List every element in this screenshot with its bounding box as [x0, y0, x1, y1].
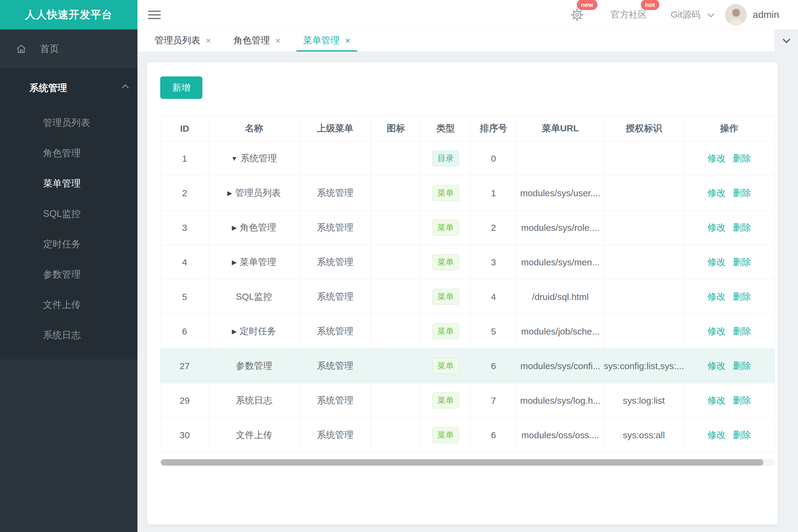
delete-link[interactable]: 删除: [733, 429, 751, 441]
close-icon[interactable]: ×: [276, 36, 281, 45]
close-icon[interactable]: ×: [345, 36, 350, 45]
cell-actions: 修改删除: [684, 418, 775, 452]
delete-link[interactable]: 删除: [733, 187, 751, 199]
edit-link[interactable]: 修改: [707, 290, 725, 303]
cell-order: 2: [470, 210, 517, 245]
cell-menu-url: modules/sys/role....: [517, 210, 605, 245]
edit-link[interactable]: 修改: [707, 394, 725, 407]
cell-menu-url: modules/sys/user....: [517, 176, 605, 210]
delete-link[interactable]: 删除: [733, 360, 751, 372]
sidebar-item[interactable]: 定时任务: [0, 229, 137, 259]
delete-link[interactable]: 删除: [733, 394, 751, 407]
table-row: 6▶定时任务系统管理菜单5modules/job/sche...修改删除: [161, 314, 775, 349]
cell-id: 4: [161, 245, 209, 279]
tree-expand-icon[interactable]: ▶: [232, 224, 237, 231]
cell-id: 5: [161, 280, 209, 314]
table-header-row: ID名称上级菜单图标类型排序号菜单URL授权标识操作: [161, 116, 775, 141]
sidebar-item[interactable]: 参数管理: [0, 259, 137, 290]
cell-type: 菜单: [421, 383, 470, 418]
cell-actions: 修改删除: [684, 280, 775, 314]
menu-table: ID名称上级菜单图标类型排序号菜单URL授权标识操作 1▼系统管理目录0修改删除…: [160, 116, 775, 453]
delete-link[interactable]: 删除: [733, 152, 751, 165]
edit-link[interactable]: 修改: [707, 256, 725, 268]
edit-link[interactable]: 修改: [707, 429, 725, 441]
tree-collapse-icon[interactable]: ▼: [231, 155, 238, 162]
git-source-label: Git源码: [671, 10, 701, 19]
edit-link[interactable]: 修改: [707, 360, 725, 372]
sidebar-item[interactable]: 文件上传: [0, 290, 137, 320]
close-icon[interactable]: ×: [206, 36, 211, 45]
cell-parent-menu: 系统管理: [299, 210, 371, 245]
community-link[interactable]: 官方社区 hot: [611, 8, 647, 21]
sidebar-item-home[interactable]: 首页: [0, 30, 137, 68]
tab[interactable]: 菜单管理×: [294, 30, 359, 52]
chevron-down-icon[interactable]: [708, 10, 715, 17]
tree-expand-icon[interactable]: ▶: [232, 328, 237, 335]
edit-link[interactable]: 修改: [707, 187, 725, 199]
cell-parent-menu: 系统管理: [299, 280, 371, 314]
tree-expand-icon[interactable]: ▶: [232, 259, 237, 266]
app-logo: 人人快速开发平台: [0, 0, 137, 30]
cell-id: 30: [161, 418, 209, 452]
table-row: 27参数管理系统管理菜单6modules/sys/confi...sys:con…: [161, 349, 775, 383]
horizontal-scrollbar-thumb[interactable]: [161, 459, 763, 466]
cell-id: 2: [161, 176, 209, 210]
menu-name-label: 文件上传: [236, 429, 272, 441]
menu-tag: 菜单: [432, 393, 459, 408]
git-source-link[interactable]: Git源码: [671, 8, 701, 21]
cell-icon: [371, 176, 421, 210]
column-header: 上级菜单: [299, 116, 371, 141]
sidebar-item[interactable]: 菜单管理: [0, 168, 137, 199]
cell-name: 系统日志: [209, 383, 299, 418]
cell-name: SQL监控: [209, 280, 299, 314]
cell-order: 5: [470, 314, 517, 348]
tabs-dropdown-button[interactable]: [775, 30, 798, 52]
username-label[interactable]: admin: [753, 9, 779, 20]
cell-menu-url: modules/sys/men...: [517, 245, 605, 279]
sidebar-item[interactable]: SQL监控: [0, 199, 137, 229]
edit-link[interactable]: 修改: [707, 152, 725, 165]
cell-id: 29: [161, 383, 209, 418]
tab[interactable]: 管理员列表×: [146, 30, 220, 52]
menu-name-label: 系统管理: [241, 152, 277, 165]
sidebar-item[interactable]: 角色管理: [0, 138, 137, 168]
cell-name: ▶角色管理: [209, 210, 299, 245]
cell-perms: [605, 314, 684, 348]
menu-name-label: 参数管理: [236, 360, 272, 372]
edit-link[interactable]: 修改: [707, 325, 725, 338]
cell-icon: [371, 349, 421, 383]
menu-name-label: 菜单管理: [240, 256, 276, 268]
horizontal-scrollbar-track[interactable]: [160, 459, 775, 466]
delete-link[interactable]: 删除: [733, 222, 751, 234]
table-row: 1▼系统管理目录0修改删除: [161, 141, 775, 176]
home-icon: [16, 43, 27, 54]
cell-type: 菜单: [421, 418, 470, 452]
edit-link[interactable]: 修改: [707, 222, 725, 234]
delete-link[interactable]: 删除: [733, 256, 751, 268]
cell-type: 菜单: [421, 176, 470, 210]
cell-icon: [371, 314, 421, 348]
add-button[interactable]: 新增: [160, 76, 202, 99]
cell-name: ▶管理员列表: [209, 176, 299, 210]
cell-id: 6: [161, 314, 209, 348]
cell-type: 菜单: [421, 349, 470, 383]
user-avatar[interactable]: [725, 4, 747, 26]
main-content: 新增 ID名称上级菜单图标类型排序号菜单URL授权标识操作 1▼系统管理目录0修…: [137, 52, 798, 532]
column-header: 图标: [371, 116, 421, 141]
sidebar-item-system-management[interactable]: 系统管理: [0, 68, 137, 108]
settings-button[interactable]: new: [570, 8, 584, 22]
delete-link[interactable]: 删除: [733, 290, 751, 303]
column-header: 菜单URL: [517, 116, 605, 141]
tab[interactable]: 角色管理×: [224, 30, 290, 52]
cell-actions: 修改删除: [684, 349, 775, 383]
sidebar-item[interactable]: 系统日志: [0, 320, 137, 350]
tree-expand-icon[interactable]: ▶: [227, 190, 232, 197]
hot-badge: hot: [641, 0, 659, 10]
community-label: 官方社区: [611, 10, 647, 19]
column-header: 名称: [209, 116, 299, 141]
sidebar-toggle-button[interactable]: [148, 9, 161, 21]
delete-link[interactable]: 删除: [733, 325, 751, 338]
new-badge: new: [577, 0, 598, 10]
menu-name-label: SQL监控: [236, 290, 272, 303]
sidebar-item[interactable]: 管理员列表: [0, 108, 137, 138]
